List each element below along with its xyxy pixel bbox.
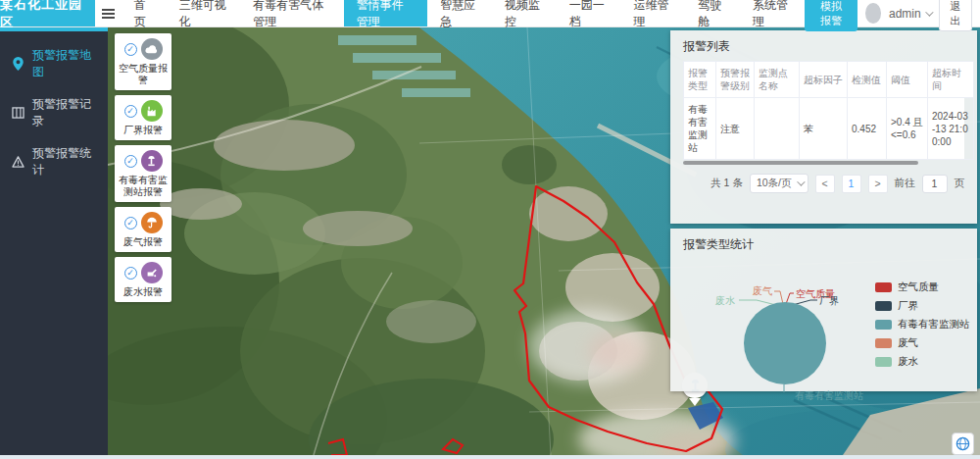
chevron-down-icon (925, 8, 933, 16)
pie-slice-toxic-station[interactable] (744, 302, 826, 384)
layer-card-factory-boundary[interactable]: ✓ 厂界报警 (115, 95, 172, 140)
waste-gas-icon (141, 212, 163, 233)
layer-label: 废气报警 (118, 236, 169, 248)
pie-label-waste-water: 废水 (715, 294, 735, 308)
pagination: 共 1 条 10条/页 < 1 > 前往 页 (683, 174, 964, 193)
nav-item-park-archive[interactable]: 一园一档 (557, 0, 621, 26)
legend-item-air-quality[interactable]: 空气质量 (875, 280, 970, 294)
legend-label: 空气质量 (898, 280, 939, 294)
layer-card-waste-water[interactable]: ✓ 废水报警 (115, 257, 172, 302)
sidebar-item-label: 预警报警地图 (32, 47, 96, 80)
layer-label: 有毒有害监测站报警 (118, 175, 169, 198)
table-row[interactable]: 有毒有害监测站 注意 苯 0.452 >0.4 且 <=0.6 2024-03-… (684, 98, 974, 160)
layer-card-toxic-station[interactable]: ✓ 有毒有害监测站报警 (115, 145, 172, 202)
nav-item-3d[interactable]: 三维可视化 (167, 0, 241, 26)
next-page-button[interactable]: > (868, 175, 888, 193)
checkbox-checked-icon[interactable]: ✓ (124, 267, 137, 280)
cell-exceed-time: 2024-03-13 21:00:00 (928, 98, 974, 160)
layer-label: 厂界报警 (118, 125, 169, 136)
col-detected-value: 检测值 (848, 62, 887, 98)
factory-icon (141, 100, 163, 122)
logout-button[interactable]: 退出 (939, 0, 972, 31)
checkbox-checked-icon[interactable]: ✓ (124, 105, 137, 118)
table-horizontal-scrollbar[interactable] (683, 161, 918, 165)
legend-item-waste-gas[interactable]: 废气 (875, 336, 970, 350)
goto-label: 前往 (895, 177, 915, 190)
nav-item-video[interactable]: 视频监控 (492, 0, 557, 26)
layer-card-air-quality[interactable]: ✓ 空气质量报警 (115, 33, 172, 90)
sidebar-item-alarm-records[interactable]: 预警报警记录 (0, 88, 108, 137)
alarm-list-panel: 报警列表 报警类型 预警报警级别 监测点名称 超标因子 检测值 阈值 超标时间 (670, 30, 977, 224)
legend-label: 废气 (898, 336, 918, 350)
nav-item-cockpit[interactable]: 驾驶舱 (685, 0, 740, 26)
nav-item-emergency[interactable]: 智慧应急 (427, 0, 492, 26)
checkbox-checked-icon[interactable]: ✓ (124, 217, 137, 230)
cell-detected-value: 0.452 (848, 98, 887, 160)
nav-item-system[interactable]: 系统管理 (740, 0, 805, 26)
table-header-row: 报警类型 预警报警级别 监测点名称 超标因子 检测值 阈值 超标时间 (684, 62, 974, 98)
map-layer-legend: ✓ 空气质量报警 ✓ 厂界报警 ✓ (115, 33, 172, 302)
checkbox-checked-icon[interactable]: ✓ (124, 43, 137, 56)
legend-item-toxic-station[interactable]: 有毒有害监测站 (875, 318, 970, 332)
pie-label-factory-boundary: 厂界 (819, 294, 839, 308)
alarm-list-title: 报警列表 (670, 30, 977, 61)
menu-toggle-icon[interactable] (95, 0, 122, 26)
nav-item-ops[interactable]: 运维管理 (620, 0, 685, 26)
app-logo: 某石化工业园区 (0, 0, 95, 26)
col-alarm-type: 报警类型 (684, 62, 716, 98)
nav-item-home[interactable]: 首页 (122, 0, 167, 26)
map-pin-icon (12, 57, 24, 71)
map-globe-control[interactable] (952, 433, 974, 455)
records-table-icon (12, 107, 24, 119)
map-viewport[interactable]: ✓ 空气质量报警 ✓ 厂界报警 ✓ (108, 27, 980, 455)
page-size-value: 10条/页 (757, 177, 792, 188)
legend-item-factory-boundary[interactable]: 厂界 (875, 299, 970, 313)
chevron-down-icon (797, 178, 805, 185)
alarm-stats-title: 报警类型统计 (670, 229, 977, 259)
pagination-total: 共 1 条 (710, 177, 743, 190)
col-threshold: 阈值 (887, 62, 928, 98)
legend-label: 废水 (898, 355, 918, 369)
globe-icon (956, 436, 970, 451)
legend-swatch (875, 338, 892, 348)
col-exceed-time: 超标时间 (928, 62, 974, 98)
layer-card-waste-gas[interactable]: ✓ 废气报警 (115, 207, 172, 252)
sidebar-item-label: 预警报警记录 (32, 96, 96, 129)
goto-page-input[interactable] (922, 175, 948, 193)
monitor-station-icon (141, 150, 163, 172)
simulate-alarm-button[interactable]: 模拟报警 (805, 0, 858, 31)
cell-factor: 苯 (800, 98, 848, 160)
col-point-name: 监测点名称 (755, 62, 800, 98)
col-factor: 超标因子 (800, 62, 848, 98)
current-page-button[interactable]: 1 (842, 175, 861, 193)
main-nav: 首页 三维可视化 有毒有害气体管理 警情事件管理 智慧应急 视频监控 一园一档 … (122, 0, 805, 26)
user-avatar[interactable] (865, 3, 881, 24)
legend-label: 有毒有害监测站 (898, 318, 970, 332)
layer-label: 废水报警 (118, 286, 169, 298)
nav-item-gas-mgmt[interactable]: 有毒有害气体管理 (240, 0, 343, 26)
cell-threshold: >0.4 且 <=0.6 (887, 98, 928, 160)
sidebar: 预警报警地图 预警报警记录 预警报警统计 (0, 27, 108, 455)
username: admin (889, 7, 921, 21)
legend-item-waste-water[interactable]: 废水 (875, 355, 970, 369)
pie-label-toxic-station: 有毒有害监测站 (795, 389, 863, 403)
legend-swatch (875, 320, 892, 330)
col-alarm-level: 预警报警级别 (716, 62, 755, 98)
bottom-scrollbar-track[interactable] (0, 455, 980, 459)
user-menu[interactable]: admin (889, 7, 931, 21)
page-unit-label: 页 (955, 177, 965, 190)
warning-triangle-icon (12, 156, 24, 168)
alarm-stats-panel: 报警类型统计 废水 废气 空气质量 厂界 有毒有害监测站 (670, 229, 977, 391)
pie-chart: 废水 废气 空气质量 厂界 有毒有害监测站 空气质量 厂界 (670, 259, 977, 392)
prev-page-button[interactable]: < (815, 175, 835, 193)
nav-item-alarm-events[interactable]: 警情事件管理 (344, 0, 428, 26)
checkbox-checked-icon[interactable]: ✓ (124, 155, 137, 168)
cell-alarm-level: 注意 (716, 98, 755, 160)
cell-point-name (755, 98, 800, 160)
sidebar-item-alarm-map[interactable]: 预警报警地图 (0, 39, 108, 88)
legend-swatch (875, 282, 892, 292)
layer-label: 空气质量报警 (118, 63, 169, 86)
sidebar-item-alarm-stats[interactable]: 预警报警统计 (0, 137, 108, 186)
waste-water-icon (141, 262, 163, 283)
page-size-select[interactable]: 10条/页 (750, 174, 808, 193)
